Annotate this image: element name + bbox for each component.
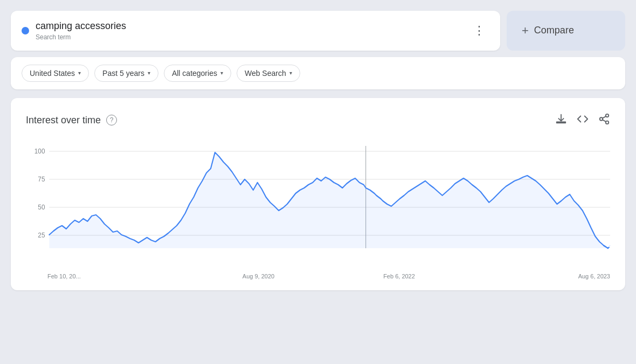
- chart-title: Interest over time: [26, 115, 101, 126]
- location-filter-label: United States: [30, 69, 75, 78]
- compare-plus-icon: +: [522, 24, 529, 38]
- svg-text:25: 25: [38, 232, 45, 239]
- svg-text:100: 100: [34, 148, 45, 155]
- share-icon[interactable]: [598, 113, 610, 128]
- chart-help-icon[interactable]: ?: [106, 115, 117, 125]
- compare-label: Compare: [534, 25, 574, 36]
- search-term-title: camping accessories: [36, 20, 126, 32]
- embed-icon[interactable]: [577, 113, 589, 128]
- svg-line-4: [603, 116, 606, 118]
- search-type-chevron-icon: ▾: [289, 70, 292, 76]
- category-filter-button[interactable]: All categories ▾: [164, 65, 231, 82]
- category-chevron-icon: ▾: [220, 70, 223, 76]
- trend-chart-svg: 100 75 50 25: [26, 141, 610, 270]
- category-filter-label: All categories: [172, 69, 217, 78]
- more-options-icon[interactable]: ⋮: [469, 22, 489, 40]
- svg-line-3: [603, 120, 606, 122]
- svg-text:75: 75: [38, 176, 45, 183]
- time-filter-label: Past 5 years: [102, 69, 144, 78]
- time-chevron-icon: ▾: [148, 70, 150, 76]
- search-card-content: camping accessories Search term: [22, 20, 126, 41]
- chart-title-area: Interest over time ?: [26, 115, 117, 126]
- svg-marker-14: [49, 152, 610, 248]
- x-label-3: Feb 6, 2022: [329, 273, 469, 279]
- chart-header: Interest over time ?: [26, 113, 610, 128]
- term-info: camping accessories Search term: [36, 20, 126, 41]
- download-icon[interactable]: [555, 113, 567, 128]
- svg-text:50: 50: [38, 204, 45, 211]
- chart-area: 100 75 50 25: [26, 141, 610, 270]
- compare-card[interactable]: + Compare: [507, 11, 625, 51]
- search-type-filter-label: Web Search: [245, 69, 286, 78]
- time-filter-button[interactable]: Past 5 years ▾: [94, 65, 158, 82]
- location-filter-button[interactable]: United States ▾: [22, 65, 89, 82]
- term-color-dot: [22, 27, 29, 34]
- location-chevron-icon: ▾: [78, 70, 81, 76]
- x-label-1: Feb 10, 20...: [47, 273, 188, 279]
- interest-over-time-card: Interest over time ?: [11, 98, 625, 290]
- search-term-card: camping accessories Search term ⋮: [11, 11, 500, 51]
- filters-bar: United States ▾ Past 5 years ▾ All categ…: [11, 57, 625, 89]
- x-axis-labels: Feb 10, 20... Aug 9, 2020 Feb 6, 2022 Au…: [26, 270, 610, 279]
- chart-actions: [555, 113, 610, 128]
- x-label-2: Aug 9, 2020: [188, 273, 329, 279]
- search-type-filter-button[interactable]: Web Search ▾: [237, 65, 300, 82]
- search-term-sublabel: Search term: [36, 33, 126, 41]
- x-label-4: Aug 6, 2023: [469, 273, 610, 279]
